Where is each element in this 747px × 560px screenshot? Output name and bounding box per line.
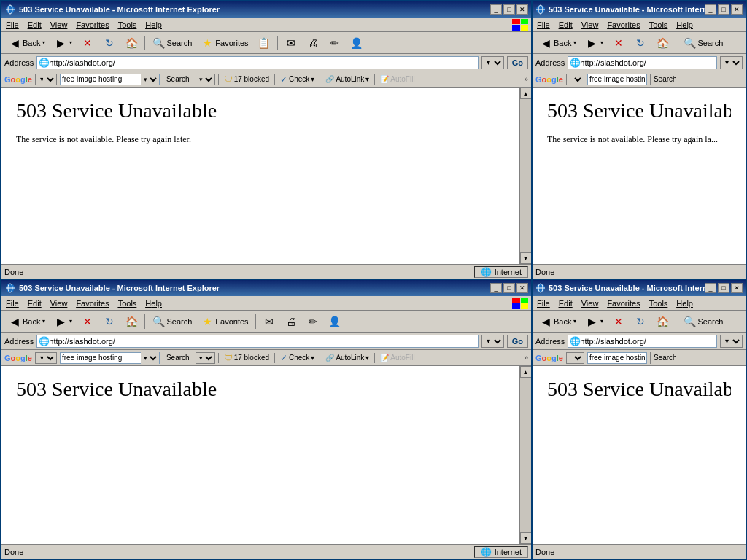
menu-favorites-br[interactable]: Favorites (605, 299, 641, 308)
home-button-bl[interactable]: 🏠 (121, 313, 142, 330)
print-button-bl[interactable]: 🖨 (281, 313, 301, 330)
back-button-br[interactable]: ◀ Back ▾ (535, 313, 580, 330)
menu-file-bl[interactable]: File (4, 299, 20, 308)
google-search-button-bl[interactable]: Search (163, 352, 193, 364)
menu-tools-bl[interactable]: Tools (117, 299, 139, 308)
menu-help-bl[interactable]: Help (144, 299, 163, 308)
forward-button-right[interactable]: ▶ ▾ (581, 34, 607, 52)
google-search-type-dropdown[interactable]: ▾ (141, 74, 159, 85)
refresh-button-right[interactable]: ↻ (630, 34, 651, 52)
google-search-input-right[interactable] (588, 75, 646, 83)
menu-file-br[interactable]: File (535, 299, 551, 308)
address-input-right[interactable] (580, 58, 715, 67)
google-search-input-br[interactable] (588, 354, 646, 362)
address-input-br[interactable] (580, 337, 715, 346)
forward-button-bl[interactable]: ▶ ▾ (50, 313, 76, 330)
mail-button-bl[interactable]: ✉ (259, 313, 279, 330)
messenger-button-bl[interactable]: 👤 (325, 313, 345, 330)
history-button[interactable]: 📋 (254, 34, 274, 52)
menu-edit[interactable]: Edit (26, 20, 43, 29)
menu-edit-right[interactable]: Edit (557, 20, 574, 29)
messenger-button[interactable]: 👤 (347, 34, 367, 52)
edit-button-bl[interactable]: ✏ (303, 313, 323, 330)
google-search-options-dropdown[interactable]: ▾ (196, 74, 215, 85)
stop-button-br[interactable]: ✕ (608, 313, 629, 330)
menu-file-right[interactable]: File (535, 20, 551, 29)
scroll-up-arrow-bl[interactable]: ▲ (520, 366, 532, 378)
google-type-dropdown-bl[interactable]: ▾ (141, 352, 159, 364)
refresh-button[interactable]: ↻ (99, 34, 120, 52)
forward-button-br[interactable]: ▶ ▾ (581, 313, 607, 330)
menu-tools-right[interactable]: Tools (648, 20, 670, 29)
stop-button[interactable]: ✕ (77, 34, 98, 52)
search-button[interactable]: 🔍 Search (148, 34, 196, 52)
home-button-br[interactable]: 🏠 (652, 313, 673, 330)
menu-help-right[interactable]: Help (675, 20, 694, 29)
maximize-button[interactable]: □ (503, 4, 515, 15)
scrollbar-top-left[interactable]: ▲ ▼ (519, 88, 531, 264)
edit-button[interactable]: ✏ (325, 34, 345, 52)
autolink-plugin[interactable]: 🔗 AutoLink ▾ (323, 75, 371, 83)
address-dropdown-right[interactable]: ▾ (720, 56, 743, 69)
google-dropdown-right[interactable]: ▾ (566, 74, 584, 85)
toolbar-expand-button[interactable]: » (524, 75, 528, 83)
minimize-button-right[interactable]: _ (705, 4, 716, 15)
google-search-button-right[interactable]: Search (650, 74, 680, 85)
minimize-button-bl[interactable]: _ (490, 283, 502, 293)
scroll-down-arrow[interactable]: ▼ (520, 252, 532, 264)
refresh-button-br[interactable]: ↻ (630, 313, 651, 330)
stop-button-right[interactable]: ✕ (608, 34, 629, 52)
maximize-button-right[interactable]: □ (718, 4, 729, 15)
menu-view[interactable]: View (49, 20, 69, 29)
print-button[interactable]: 🖨 (303, 34, 323, 52)
menu-help-br[interactable]: Help (675, 299, 694, 308)
go-button[interactable]: Go (507, 56, 528, 69)
blocked-plugin-bl[interactable]: 🛡 17 blocked (222, 353, 271, 363)
search-button-br[interactable]: 🔍 Search (679, 313, 727, 330)
google-dropdown-br[interactable]: ▾ (566, 352, 584, 364)
blocked-plugin[interactable]: 🛡 17 blocked (222, 74, 271, 85)
refresh-button-bl[interactable]: ↻ (99, 313, 120, 330)
menu-favorites-bl[interactable]: Favorites (74, 299, 110, 308)
menu-edit-br[interactable]: Edit (557, 299, 574, 308)
close-button-bl[interactable]: ✕ (516, 283, 528, 293)
minimize-button-br[interactable]: _ (705, 283, 716, 293)
address-dropdown[interactable]: ▾ (481, 56, 504, 69)
google-dropdown-bl[interactable]: ▾ (35, 352, 57, 364)
check-plugin[interactable]: ✓ Check ▾ (278, 74, 317, 85)
google-search-dropdown[interactable]: ▾ (35, 74, 57, 85)
menu-tools-br[interactable]: Tools (648, 299, 670, 308)
check-plugin-bl[interactable]: ✓ Check ▾ (278, 353, 317, 363)
scrollbar-bottom-left[interactable]: ▲ ▼ (519, 366, 531, 544)
forward-button[interactable]: ▶ ▾ (50, 34, 76, 52)
google-options-dropdown-bl[interactable]: ▾ (196, 352, 215, 364)
back-button[interactable]: ◀ Back ▾ (4, 34, 49, 52)
menu-view-right[interactable]: View (580, 20, 600, 29)
favorites-button-bl[interactable]: ★ Favorites (197, 313, 252, 330)
minimize-button[interactable]: _ (490, 4, 502, 15)
google-search-button-br[interactable]: Search (650, 352, 680, 364)
close-button[interactable]: ✕ (516, 4, 528, 15)
mail-button[interactable]: ✉ (281, 34, 301, 52)
address-input[interactable] (49, 58, 476, 67)
menu-help[interactable]: Help (144, 20, 163, 29)
menu-view-bl[interactable]: View (49, 299, 69, 308)
google-search-input-bl[interactable] (61, 354, 141, 362)
maximize-button-br[interactable]: □ (718, 283, 729, 293)
close-button-right[interactable]: ✕ (731, 4, 743, 15)
address-input-bl[interactable] (49, 337, 476, 346)
back-button-right[interactable]: ◀ Back ▾ (535, 34, 580, 52)
favorites-button[interactable]: ★ Favorites (197, 34, 252, 52)
close-button-br[interactable]: ✕ (731, 283, 743, 293)
toolbar-expand-button-bl[interactable]: » (524, 354, 528, 362)
scroll-up-arrow[interactable]: ▲ (520, 88, 532, 99)
menu-favorites-right[interactable]: Favorites (605, 20, 641, 29)
search-button-bl[interactable]: 🔍 Search (148, 313, 196, 330)
stop-button-bl[interactable]: ✕ (77, 313, 98, 330)
home-button[interactable]: 🏠 (121, 34, 142, 52)
go-button-bl[interactable]: Go (507, 335, 528, 348)
menu-view-br[interactable]: View (580, 299, 600, 308)
google-search-button[interactable]: Search (163, 74, 193, 85)
menu-edit-bl[interactable]: Edit (26, 299, 43, 308)
address-dropdown-bl[interactable]: ▾ (481, 335, 504, 348)
